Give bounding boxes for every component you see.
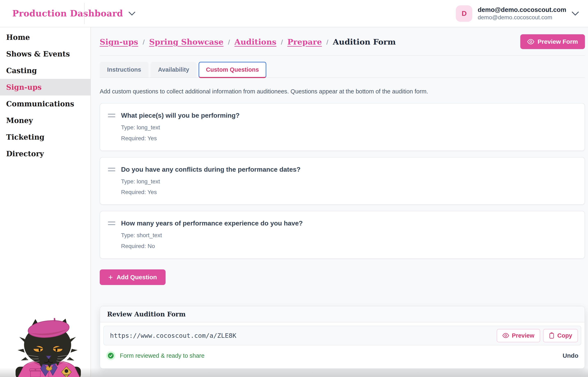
preview-button[interactable]: Preview [497, 329, 540, 342]
breadcrumb-spring-showcase[interactable]: Spring Showcase [149, 37, 223, 47]
app-title-menu[interactable]: Production Dashboard [0, 8, 136, 18]
question-list: What piece(s) will you be performing? Ty… [100, 103, 585, 259]
question-type: Type: short_text [121, 231, 303, 240]
form-status-text: Form reviewed & ready to share [120, 352, 204, 359]
review-panel-header: Review Audition Form [100, 306, 585, 322]
breadcrumb-auditions[interactable]: Auditions [235, 37, 276, 47]
review-panel-title: Review Audition Form [107, 310, 186, 318]
svg-text:COCO: COCO [64, 374, 69, 376]
sidebar-item-casting[interactable]: Casting [0, 62, 90, 79]
question-card: What piece(s) will you be performing? Ty… [100, 103, 585, 151]
breadcrumb-signups[interactable]: Sign-ups [100, 37, 138, 47]
avatar: D [456, 5, 472, 22]
copy-button[interactable]: Copy [543, 329, 578, 342]
breadcrumb-separator: / [228, 38, 230, 46]
preview-form-label: Preview Form [538, 38, 578, 45]
undo-button[interactable]: Undo [563, 352, 578, 359]
share-url-field[interactable]: https://www.cocoscout.com/a/ZLE8K [110, 332, 497, 339]
chevron-down-icon [572, 11, 579, 16]
question-content: What piece(s) will you be performing? Ty… [121, 112, 240, 143]
question-required: Required: Yes [121, 134, 240, 143]
app-title: Production Dashboard [12, 8, 123, 18]
divider [100, 55, 585, 56]
eye-icon [502, 333, 509, 338]
user-email: demo@demo.cocoscout.com [478, 14, 566, 21]
question-type: Type: long_text [121, 123, 240, 132]
header-divider [84, 3, 85, 24]
sidebar-item-money[interactable]: Money [0, 112, 90, 129]
tab-custom-questions[interactable]: Custom Questions [199, 62, 266, 78]
breadcrumb-separator: / [143, 38, 145, 46]
breadcrumb: Sign-ups / Spring Showcase / Auditions /… [100, 34, 585, 49]
review-panel-body: https://www.cocoscout.com/a/ZLE8K Previe… [100, 322, 585, 368]
question-type: Type: long_text [121, 177, 301, 186]
breadcrumb-separator: / [281, 38, 283, 46]
copy-label: Copy [557, 332, 572, 339]
breadcrumb-prepare[interactable]: Prepare [287, 37, 322, 47]
review-audition-form-panel: Review Audition Form https://www.cocosco… [100, 306, 585, 369]
coco-cat-mascot-image: COCO [13, 318, 82, 377]
question-content: Do you have any conflicts during the per… [121, 166, 301, 197]
sidebar-item-signups[interactable]: Sign-ups [0, 79, 90, 95]
tab-bar: Instructions Availability Custom Questio… [100, 62, 585, 78]
app-header: Production Dashboard D demo@demo.cocosco… [0, 0, 588, 27]
question-title: How many years of performance experience… [121, 220, 303, 227]
question-required: Required: Yes [121, 188, 301, 197]
form-status-row: Form reviewed & ready to share Undo [103, 345, 581, 365]
tab-availability[interactable]: Availability [151, 62, 197, 77]
question-required: Required: No [121, 242, 303, 251]
question-content: How many years of performance experience… [121, 220, 303, 251]
drag-handle-icon[interactable] [108, 114, 115, 117]
sidebar-item-communications[interactable]: Communications [0, 95, 90, 112]
question-title: Do you have any conflicts during the per… [121, 166, 301, 173]
sidebar-item-directory[interactable]: Directory [0, 145, 90, 162]
question-card: Do you have any conflicts during the per… [100, 157, 585, 205]
copy-icon [549, 332, 554, 339]
sidebar-item-ticketing[interactable]: Ticketing [0, 129, 90, 145]
drag-handle-icon[interactable] [108, 222, 115, 225]
sidebar-item-home[interactable]: Home [0, 29, 90, 46]
success-check-icon [106, 351, 115, 360]
question-title: What piece(s) will you be performing? [121, 112, 240, 119]
chevron-down-icon [128, 11, 136, 16]
eye-icon [527, 39, 534, 44]
sidebar-item-shows-events[interactable]: Shows & Events [0, 46, 90, 62]
add-question-label: Add Question [116, 274, 157, 281]
add-question-button[interactable]: + Add Question [100, 269, 166, 285]
preview-label: Preview [512, 332, 534, 339]
tab-instructions[interactable]: Instructions [100, 62, 148, 77]
question-card: How many years of performance experience… [100, 211, 585, 259]
breadcrumb-current-audition-form: Audition Form [333, 37, 396, 47]
user-menu[interactable]: D demo@demo.cocoscout.com demo@demo.coco… [456, 5, 588, 22]
breadcrumb-separator: / [327, 38, 328, 46]
preview-form-button[interactable]: Preview Form [520, 34, 585, 49]
section-description: Add custom questions to collect addition… [100, 88, 585, 95]
sidebar-nav: Home Shows & Events Casting Sign-ups Com… [0, 27, 90, 162]
user-identity: demo@demo.cocoscout.com demo@demo.cocosc… [478, 6, 566, 21]
user-name: demo@demo.cocoscout.com [478, 6, 566, 14]
share-url-box: https://www.cocoscout.com/a/ZLE8K Previe… [103, 326, 581, 345]
drag-handle-icon[interactable] [108, 168, 115, 171]
sidebar: Home Shows & Events Casting Sign-ups Com… [0, 27, 91, 377]
main-content: Sign-ups / Spring Showcase / Auditions /… [91, 27, 588, 377]
